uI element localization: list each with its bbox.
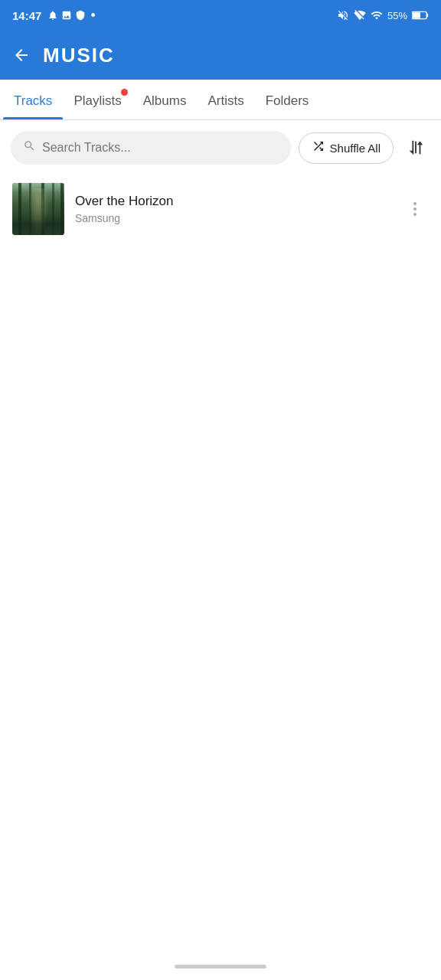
battery-icon (412, 11, 429, 20)
shuffle-all-button[interactable]: Shuffle All (299, 132, 394, 164)
shuffle-all-label: Shuffle All (330, 142, 381, 155)
track-artist: Samsung (75, 212, 390, 224)
app-header: MUSIC (0, 31, 441, 80)
back-button[interactable] (12, 46, 31, 64)
dot2 (413, 207, 416, 211)
track-list: Over the Horizon Samsung (0, 175, 441, 243)
app-title: MUSIC (43, 44, 115, 67)
battery-percent: 55% (387, 10, 407, 21)
dot1 (413, 202, 416, 205)
notification-icon (47, 10, 58, 21)
tab-tracks[interactable]: Tracks (3, 80, 63, 119)
image-icon (61, 10, 72, 21)
bottom-bar (0, 952, 441, 980)
track-thumbnail (12, 183, 64, 235)
dot3 (413, 213, 416, 216)
search-icon (23, 139, 36, 156)
track-info: Over the Horizon Samsung (75, 194, 390, 224)
tab-folders[interactable]: Folders (255, 80, 320, 119)
svg-rect-1 (426, 14, 428, 18)
tab-artists[interactable]: Artists (197, 80, 254, 119)
track-more-button[interactable] (401, 195, 429, 223)
search-input-wrap (11, 131, 291, 165)
mute-icon (337, 9, 349, 21)
svg-rect-2 (413, 12, 420, 18)
track-name: Over the Horizon (75, 194, 390, 209)
search-row: Shuffle All (0, 120, 441, 175)
status-bar: 14:47 • 55% (0, 0, 441, 31)
vpn-icon (75, 10, 86, 21)
playlists-badge (121, 89, 128, 96)
search-input[interactable] (42, 141, 279, 155)
status-time: 14:47 (12, 9, 41, 22)
status-right: 55% (337, 9, 429, 21)
tabs-container: Tracks Playlists Albums Artists Folders (0, 80, 441, 120)
signal-icon (371, 9, 383, 21)
track-item[interactable]: Over the Horizon Samsung (0, 175, 441, 243)
home-indicator (175, 965, 266, 969)
wifi-off-icon (354, 9, 366, 21)
tab-playlists[interactable]: Playlists (63, 80, 132, 119)
tab-albums[interactable]: Albums (132, 80, 198, 119)
shuffle-icon (312, 139, 325, 157)
status-left: 14:47 • (12, 8, 96, 24)
sort-button[interactable] (401, 133, 430, 162)
